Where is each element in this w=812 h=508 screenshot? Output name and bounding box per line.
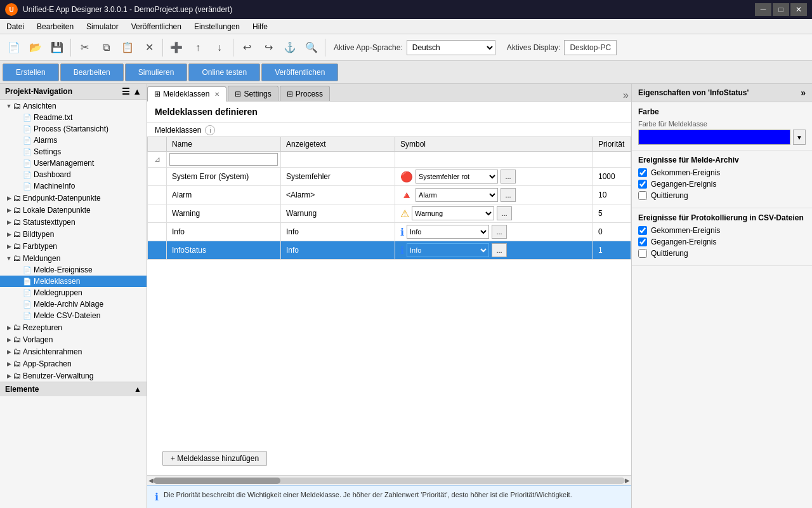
- scroll-right-arrow[interactable]: ▶: [625, 477, 630, 484]
- menu-einstellungen[interactable]: Einstellungen: [188, 19, 246, 34]
- color-dropdown[interactable]: ▼: [793, 130, 806, 145]
- sidebar-item-melde-csv[interactable]: 📄 Melde CSV-Dateien: [0, 310, 147, 321]
- folder-icon3: 🗂: [13, 205, 21, 215]
- veroeffentlichen-button[interactable]: Veröffentlichen: [261, 64, 338, 81]
- delete-button[interactable]: ✕: [139, 37, 159, 58]
- file-icon6: 📄: [23, 171, 32, 179]
- sidebar-item-app-sprachen[interactable]: ▶ 🗂 App-Sprachen: [0, 358, 147, 370]
- row1-symbol-select[interactable]: Systemfehler rot: [416, 170, 498, 184]
- table-row[interactable]: Warning Warnung ⚠ Warnung ...: [148, 204, 631, 223]
- menu-hilfe[interactable]: Hilfe: [246, 19, 274, 34]
- props-expand-icon[interactable]: »: [801, 88, 806, 98]
- simulieren-button[interactable]: Simulieren: [125, 64, 188, 81]
- tab-settings[interactable]: ⊟ Settings: [228, 86, 278, 101]
- row4-symbol-ellipsis[interactable]: ...: [492, 225, 507, 239]
- filter-name-input[interactable]: [169, 153, 278, 166]
- sidebar-item-vorlagen[interactable]: ▶ 🗂 Vorlagen: [0, 333, 147, 345]
- row3-symbol-select[interactable]: Warnung: [412, 206, 494, 220]
- add-meldeklasse-button[interactable]: + Meldeklasse hinzufügen: [162, 451, 267, 466]
- sidebar-item-lokale[interactable]: ▶ 🗂 Lokale Datenpunkte: [0, 204, 147, 216]
- menu-datei[interactable]: Datei: [0, 19, 30, 34]
- tab-process[interactable]: ⊟ Process: [280, 86, 330, 101]
- row2-anzeigetext: <Alarm>: [281, 186, 395, 204]
- sidebar-item-alarms[interactable]: 📄 Alarms: [0, 135, 147, 146]
- sidebar-item-usermanagement[interactable]: 📄 UserManagement: [0, 157, 147, 169]
- tab-meldeklassen[interactable]: ⊞ Meldeklassen ✕: [147, 86, 226, 102]
- row2-symbol-select[interactable]: Alarm: [416, 188, 498, 202]
- tree-arrow-ansichten: ▼: [5, 103, 13, 109]
- row2-symbol-ellipsis[interactable]: ...: [501, 188, 516, 202]
- csv-checkbox-quittierung[interactable]: [638, 249, 647, 258]
- sidebar-item-benutzer[interactable]: ▶ 🗂 Benutzer-Verwaltung: [0, 370, 147, 382]
- sidebar-item-statustext[interactable]: ▶ 🗂 Statustexttypen: [0, 216, 147, 228]
- sidebar-collapse-icon[interactable]: ▲: [133, 86, 141, 97]
- maximize-button[interactable]: □: [773, 3, 789, 16]
- csv-checkbox-gekommen[interactable]: [638, 226, 647, 235]
- new-button[interactable]: 📄: [4, 37, 24, 58]
- scrollbar-area[interactable]: ◀ ▶: [147, 475, 631, 485]
- redo-button[interactable]: ↪: [258, 37, 278, 58]
- sidebar-menu-icon[interactable]: ☰: [122, 86, 130, 97]
- copy-button[interactable]: ⧉: [96, 37, 116, 58]
- color-box[interactable]: [638, 130, 790, 145]
- minimize-button[interactable]: ─: [755, 3, 771, 16]
- add-button[interactable]: ➕: [166, 37, 187, 58]
- sidebar-item-ansichtenrahmen[interactable]: ▶ 🗂 Ansichtenrahmen: [0, 345, 147, 358]
- online-testen-button[interactable]: Online testen: [188, 64, 260, 81]
- row4-symbol-select[interactable]: Info: [407, 225, 489, 239]
- sidebar-item-meldungen[interactable]: ▼ 🗂 Meldungen: [0, 252, 147, 264]
- tabs-overflow-icon[interactable]: »: [623, 90, 629, 101]
- down-button[interactable]: ↓: [209, 37, 230, 58]
- lang-select[interactable]: Deutsch: [407, 40, 495, 55]
- action-bar: Erstellen Bearbeiten Simulieren Online t…: [0, 61, 812, 84]
- undo-button[interactable]: ↩: [237, 37, 257, 58]
- toolbar: 📄 📂 💾 ✂ ⧉ 📋 ✕ ➕ ↑ ↓ ↩ ↪ ⚓ 🔍 Aktive App-S…: [0, 34, 812, 61]
- sidebar-item-ansichten[interactable]: ▼ 🗂 Ansichten: [0, 100, 147, 112]
- archiv-checkbox-gegangen[interactable]: [638, 180, 647, 189]
- menu-veroeffentlichen[interactable]: Veröffentlichen: [125, 19, 188, 34]
- sidebar-item-rezepturen[interactable]: ▶ 🗂 Rezepturen: [0, 321, 147, 333]
- table-row-infostatus[interactable]: InfoStatus Info ℹ Info ...: [148, 241, 631, 260]
- erstellen-button[interactable]: Erstellen: [3, 64, 59, 81]
- close-button[interactable]: ✕: [790, 3, 807, 16]
- tab-label-meldeklassen: Meldeklassen: [163, 90, 209, 98]
- sidebar-item-meldegruppen[interactable]: 📄 Meldegruppen: [0, 287, 147, 298]
- row4-symbol: ℹ Info ...: [395, 223, 593, 241]
- table-row[interactable]: System Error (System) Systemfehler 🔴 Sys…: [148, 168, 631, 186]
- sidebar-item-process-start[interactable]: 📄 Process (Startansicht): [0, 123, 147, 135]
- sidebar: Projekt-Navigation ☰ ▲ ▼ 🗂 Ansichten 📄 R…: [0, 84, 147, 508]
- sidebar-item-settings[interactable]: 📄 Settings: [0, 146, 147, 157]
- row1-symbol-ellipsis[interactable]: ...: [501, 170, 516, 184]
- sidebar-item-melde-archiv[interactable]: 📄 Melde-Archiv Ablage: [0, 298, 147, 310]
- sidebar-item-meldeklassen[interactable]: 📄 Meldeklassen: [0, 276, 147, 287]
- scroll-left-arrow[interactable]: ◀: [148, 477, 154, 484]
- sidebar-item-farbtypen[interactable]: ▶ 🗂 Farbtypen: [0, 240, 147, 252]
- horizontal-scrollbar[interactable]: [154, 478, 625, 484]
- menu-bearbeiten[interactable]: Bearbeiten: [30, 19, 80, 34]
- table-row[interactable]: Info Info ℹ Info ...: [148, 223, 631, 241]
- row3-symbol-ellipsis[interactable]: ...: [497, 206, 512, 220]
- search-button[interactable]: 🔍: [301, 37, 322, 58]
- row5-symbol-ellipsis[interactable]: ...: [492, 243, 507, 257]
- panel-content: Meldeklassen definieren Meldeklassen i N…: [147, 102, 631, 508]
- anchor-button[interactable]: ⚓: [280, 37, 300, 58]
- tab-close-meldeklassen[interactable]: ✕: [214, 91, 219, 98]
- sidebar-item-endpunkt[interactable]: ▶ 🗂 Endpunkt-Datenpunkte: [0, 192, 147, 204]
- row5-symbol-select[interactable]: Info: [407, 243, 489, 257]
- save-button[interactable]: 💾: [47, 37, 67, 58]
- bearbeiten-button[interactable]: Bearbeiten: [60, 64, 124, 81]
- open-button[interactable]: 📂: [25, 37, 46, 58]
- sidebar-item-dashboard[interactable]: 📄 Dashboard: [0, 169, 147, 180]
- cut-button[interactable]: ✂: [74, 37, 95, 58]
- sidebar-item-melde-ereignisse[interactable]: 📄 Melde-Ereignisse: [0, 264, 147, 276]
- menu-simulator[interactable]: Simulator: [80, 19, 125, 34]
- archiv-checkbox-quittierung[interactable]: [638, 191, 647, 200]
- paste-button[interactable]: 📋: [117, 37, 138, 58]
- csv-checkbox-gegangen[interactable]: [638, 237, 647, 246]
- sidebar-item-readme[interactable]: 📄 Readme.txt: [0, 112, 147, 123]
- sidebar-item-machineinfo[interactable]: 📄 MachineInfo: [0, 180, 147, 192]
- table-row[interactable]: Alarm <Alarm> 🔺 Alarm ...: [148, 186, 631, 204]
- archiv-checkbox-gekommen[interactable]: [638, 168, 647, 177]
- sidebar-item-bildtypen[interactable]: ▶ 🗂 Bildtypen: [0, 228, 147, 240]
- up-button[interactable]: ↑: [188, 37, 208, 58]
